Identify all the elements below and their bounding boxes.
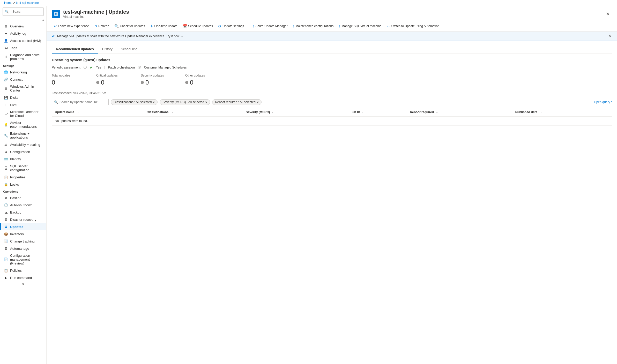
sidebar-item-properties[interactable]: 📋 Properties — [0, 173, 46, 181]
one-time-update-button[interactable]: ⬇ One-time update — [148, 23, 180, 29]
sidebar-collapse-container: « — [0, 17, 46, 22]
col-severity[interactable]: Severity (MSRC) ↑↓ — [243, 108, 348, 116]
refresh-button[interactable]: ↻ Refresh — [92, 23, 111, 29]
sort-icon-severity: ↑↓ — [272, 111, 274, 114]
sidebar-label-activity-log: Activity log — [10, 32, 26, 35]
sidebar-item-bastion[interactable]: ✕ Bastion — [0, 194, 46, 201]
manage-sql-icon: ↑ — [339, 24, 340, 28]
sidebar-item-disks[interactable]: 💾 Disks — [0, 94, 46, 101]
scroll-down-indicator: ▼ — [0, 281, 46, 287]
sort-icon-classifications: ↑↓ — [170, 111, 173, 114]
sidebar-item-microsoft-defender[interactable]: 🛡 Microsoft Defender for Cloud — [0, 108, 46, 119]
disaster-recovery-icon: 🖥 — [4, 217, 8, 222]
sidebar-item-inventory[interactable]: 📦 Inventory — [0, 230, 46, 238]
classifications-filter[interactable]: Classifications : All selected ✕ — [111, 99, 158, 105]
sidebar-item-access-control[interactable]: 👤 Access control (IAM) — [0, 37, 46, 44]
sidebar-item-updates[interactable]: ⚙ Updates — [0, 223, 46, 230]
availability-icon: ⚖ — [4, 142, 8, 147]
maintenance-configurations-button[interactable]: ↑ Maintenance configurations — [291, 23, 336, 29]
maintenance-icon: ↑ — [293, 24, 294, 28]
sidebar-label-sql-server: SQL Server configuration — [10, 164, 43, 172]
manage-sql-vm-button[interactable]: ↑ Manage SQL virtual machine — [337, 23, 383, 29]
col-kb-id[interactable]: KB ID ↑↓ — [348, 108, 407, 116]
tab-scheduling[interactable]: Scheduling — [117, 45, 142, 54]
sidebar-item-extensions-applications[interactable]: 🔧 Extensions + applications — [0, 130, 46, 141]
sidebar-item-overview[interactable]: ⊞ Overview — [0, 22, 46, 30]
sidebar-scroll-area: ⊞ Overview ≡ Activity log 👤 Access contr… — [0, 22, 46, 364]
sidebar-item-configuration[interactable]: ⚙ Configuration — [0, 148, 46, 155]
sidebar-item-change-tracking[interactable]: 📊 Change tracking — [0, 238, 46, 245]
close-button[interactable]: ✕ — [604, 10, 612, 18]
sidebar-item-size[interactable]: ⊡ Size — [0, 101, 46, 108]
sidebar-item-windows-admin-center[interactable]: ⊞ Windows Admin Center — [0, 83, 46, 94]
schedule-updates-button[interactable]: 📅 Schedule updates — [181, 23, 215, 29]
col-reboot-required[interactable]: Reboot required ↑↓ — [407, 108, 512, 116]
col-update-name[interactable]: Update name ↑↓ — [52, 108, 144, 116]
open-query-link[interactable]: Open query : — [594, 100, 612, 104]
toolbar-more-button[interactable]: ··· — [443, 22, 449, 30]
tags-icon: 🏷 — [4, 46, 8, 50]
reboot-filter[interactable]: Reboot required : All selected ✕ — [212, 99, 262, 105]
sidebar-item-automanage[interactable]: 🖥 Automanage — [0, 245, 46, 252]
sidebar-label-extensions: Extensions + applications — [10, 132, 43, 139]
leave-new-experience-button[interactable]: ↩ Leave new experience — [52, 23, 91, 29]
updates-table: Update name ↑↓ Classifications ↑↓ Severi… — [52, 108, 612, 126]
banner-close-button[interactable]: ✕ — [609, 34, 612, 38]
sidebar-item-networking[interactable]: 🌐 Networking — [0, 69, 46, 76]
update-settings-button[interactable]: ⚙ Update settings — [216, 23, 246, 29]
filters-row: 🔍 Classifications : All selected ✕ Sever… — [52, 99, 612, 105]
assessment-row: Periodic assessment ⓘ ✔ Yes | Patch orch… — [52, 65, 612, 70]
sidebar-collapse-button[interactable]: « — [42, 18, 44, 22]
sidebar-label-locks: Locks — [10, 183, 19, 186]
col-classifications[interactable]: Classifications ↑↓ — [144, 108, 243, 116]
sidebar-search-input[interactable] — [10, 9, 41, 14]
sidebar-item-backup[interactable]: ☁ Backup — [0, 209, 46, 216]
sidebar-item-advisor-recommendations[interactable]: 💡 Advisor recommendations — [0, 119, 46, 130]
other-updates-value: 0 — [185, 79, 221, 86]
sidebar-item-disaster-recovery[interactable]: 🖥 Disaster recovery — [0, 216, 46, 223]
azure-update-manager-button[interactable]: ↑ Azure Update Manager — [250, 23, 289, 29]
critical-updates-label: Critical updates — [96, 74, 132, 77]
banner-icon: ✔ — [52, 34, 55, 39]
col-published-date[interactable]: Published date ↑↓ — [512, 108, 612, 116]
sidebar-item-availability-scaling[interactable]: ⚖ Availability + scaling — [0, 141, 46, 148]
sidebar-item-activity-log[interactable]: ≡ Activity log — [0, 30, 46, 37]
sidebar-label-bastion: Bastion — [10, 196, 21, 200]
sidebar-label-properties: Properties — [10, 175, 25, 179]
update-search-input[interactable] — [60, 100, 106, 104]
sort-icon-reboot-required: ↑↓ — [436, 111, 438, 114]
sidebar-label-disaster-recovery: Disaster recovery — [10, 218, 36, 222]
banner-text: Manage VM updates at scale with the new … — [57, 34, 183, 38]
periodic-value: Yes — [96, 66, 101, 69]
sidebar-item-diagnose[interactable]: ✚ Diagnose and solve problems — [0, 51, 46, 62]
tab-history[interactable]: History — [98, 45, 117, 54]
disks-icon: 💾 — [4, 95, 8, 100]
sidebar-item-run-command[interactable]: ▶ Run command — [0, 274, 46, 281]
page-title-more-button[interactable]: ... — [132, 10, 139, 18]
sidebar-item-policies[interactable]: 📋 Policies — [0, 267, 46, 274]
windows-admin-center-icon: ⊞ — [4, 86, 8, 90]
switch-to-automation-button[interactable]: ↔ Switch to Update using Automation — [385, 23, 442, 29]
filter-search-icon: 🔍 — [54, 100, 58, 104]
breadcrumb-home[interactable]: Home — [4, 1, 12, 5]
table-header-row: Update name ↑↓ Classifications ↑↓ Severi… — [52, 108, 612, 116]
check-updates-button[interactable]: 🔍 Check for updates — [112, 23, 147, 29]
severity-filter[interactable]: Severity (MSRC) : All selected ✕ — [160, 99, 210, 105]
customer-managed-label: Customer Managed Schedules — [144, 66, 187, 69]
sidebar-item-tags[interactable]: 🏷 Tags — [0, 44, 46, 51]
critical-updates-card: Critical updates 0 — [96, 74, 132, 86]
sidebar-item-configuration-management[interactable]: 📄 Configuration management (Preview) — [0, 252, 46, 267]
sidebar-label-tags: Tags — [10, 46, 17, 50]
no-data-message: No updates were found. — [52, 116, 612, 126]
page-title-group: test-sql-machine | Updates Virtual machi… — [63, 9, 129, 19]
sidebar-item-auto-shutdown[interactable]: 🕐 Auto-shutdown — [0, 201, 46, 209]
sidebar-item-connect[interactable]: 🔗 Connect — [0, 76, 46, 83]
tab-recommended-updates[interactable]: Recommended updates — [52, 45, 98, 54]
sidebar-item-identity[interactable]: 🪪 Identity — [0, 155, 46, 163]
breadcrumb-vm[interactable]: test-sql-machine — [16, 1, 39, 5]
critical-updates-value: 0 — [96, 79, 132, 86]
sidebar-item-sql-server-configuration[interactable]: 🗄 SQL Server configuration — [0, 163, 46, 173]
security-updates-value: 0 — [141, 79, 177, 86]
sidebar-item-locks[interactable]: 🔒 Locks — [0, 181, 46, 188]
periodic-assessment-label: Periodic assessment — [52, 66, 80, 69]
